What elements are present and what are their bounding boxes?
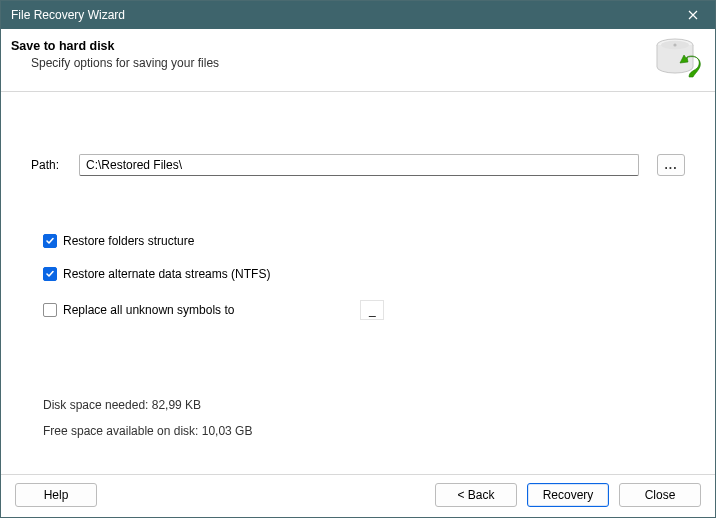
options: Restore folders structure Restore altern… bbox=[31, 234, 685, 320]
restore-folders-checkbox[interactable] bbox=[43, 234, 57, 248]
disk-info: Disk space needed: 82,99 KB Free space a… bbox=[31, 398, 685, 438]
window: File Recovery Wizard Save to hard disk S… bbox=[0, 0, 716, 518]
back-button[interactable]: < Back bbox=[435, 483, 517, 507]
path-row: Path: ... bbox=[31, 154, 685, 176]
option-replace-unknown: Replace all unknown symbols to bbox=[43, 300, 685, 320]
footer-right: < Back Recovery Close bbox=[435, 483, 701, 507]
replace-unknown-label: Replace all unknown symbols to bbox=[63, 303, 234, 317]
close-button[interactable]: Close bbox=[619, 483, 701, 507]
restore-folders-label: Restore folders structure bbox=[63, 234, 194, 248]
disk-space-free: Free space available on disk: 10,03 GB bbox=[43, 424, 685, 438]
footer: Help < Back Recovery Close bbox=[1, 474, 715, 517]
header-text: Save to hard disk Specify options for sa… bbox=[11, 37, 219, 70]
browse-button[interactable]: ... bbox=[657, 154, 685, 176]
replace-symbol-input[interactable] bbox=[360, 300, 384, 320]
page-subtitle: Specify options for saving your files bbox=[11, 56, 219, 70]
replace-unknown-checkbox[interactable] bbox=[43, 303, 57, 317]
page-title: Save to hard disk bbox=[11, 39, 219, 53]
hard-disk-icon bbox=[653, 37, 701, 81]
restore-ads-label: Restore alternate data streams (NTFS) bbox=[63, 267, 270, 281]
path-input[interactable] bbox=[79, 154, 639, 176]
restore-ads-checkbox[interactable] bbox=[43, 267, 57, 281]
close-icon[interactable] bbox=[671, 1, 715, 29]
option-restore-folders: Restore folders structure bbox=[43, 234, 685, 248]
body: Path: ... Restore folders structure Rest… bbox=[1, 92, 715, 474]
svg-point-2 bbox=[673, 43, 676, 46]
help-button[interactable]: Help bbox=[15, 483, 97, 507]
path-label: Path: bbox=[31, 158, 61, 172]
titlebar: File Recovery Wizard bbox=[1, 1, 715, 29]
header: Save to hard disk Specify options for sa… bbox=[1, 29, 715, 92]
disk-space-needed: Disk space needed: 82,99 KB bbox=[43, 398, 685, 412]
recovery-button[interactable]: Recovery bbox=[527, 483, 609, 507]
window-title: File Recovery Wizard bbox=[11, 8, 125, 22]
option-restore-ads: Restore alternate data streams (NTFS) bbox=[43, 267, 685, 281]
